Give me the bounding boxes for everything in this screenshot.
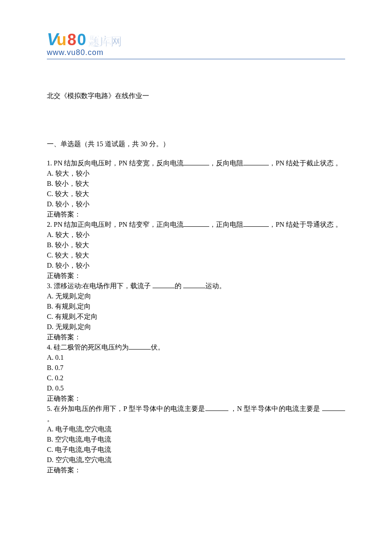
- content-area: 1. PN 结加反向电压时，PN 结变宽，反向电流，反向电阻，PN 结处于截止状…: [47, 158, 345, 475]
- q5-option-b: B. 空穴电流,电子电流: [47, 434, 345, 445]
- question-1: 1. PN 结加反向电压时，PN 结变宽，反向电流，反向电阻，PN 结处于截止状…: [47, 158, 345, 220]
- q2-stem-part-c: ，PN 结处于导通状态 。: [269, 221, 342, 228]
- q3-stem-part-a: 3. 漂移运动:在电场作用下，载流子: [47, 282, 153, 289]
- q4-stem: 4. 硅二极管的死区电压约为伏。: [47, 342, 345, 353]
- logo-url: www.vu80.com: [47, 48, 345, 57]
- q5-stem-part-c: 。: [47, 415, 54, 422]
- q3-option-d: D. 无规则,定向: [47, 322, 345, 332]
- q2-stem-part-b: ，正向电阻: [209, 221, 243, 228]
- q5-answer-label: 正确答案：: [47, 465, 345, 475]
- q1-option-d: D. 较小，较小: [47, 199, 345, 209]
- blank-fill-icon: [184, 159, 209, 165]
- blank-fill-icon: [183, 281, 205, 288]
- blank-fill-icon: [243, 159, 269, 165]
- q2-stem: 2. PN 结加正向电压时，PN 结变窄，正向电流，正向电阻，PN 结处于导通状…: [47, 220, 345, 230]
- q4-option-d: D. 0.5: [47, 383, 345, 393]
- q1-answer-label: 正确答案：: [47, 209, 345, 220]
- logo-top-row: V u 8 0 题库网: [47, 30, 345, 49]
- q4-option-a: A. 0.1: [47, 353, 345, 363]
- logo-cn-text: 题库网: [89, 34, 122, 49]
- q2-option-a: A. 较大，较小: [47, 230, 345, 240]
- blank-fill-icon: [153, 281, 175, 288]
- q3-stem-part-b: 的: [175, 282, 183, 289]
- q1-stem-part-a: 1. PN 结加反向电压时，PN 结变宽，反向电流: [47, 159, 184, 167]
- logo-digit-8: 8: [67, 31, 76, 49]
- q5-option-d: D. 空穴电流,空穴电流: [47, 455, 345, 465]
- q1-stem: 1. PN 结加反向电压时，PN 结变宽，反向电流，反向电阻，PN 结处于截止状…: [47, 158, 345, 168]
- blank-fill-icon: [129, 343, 151, 350]
- q1-option-c: C. 较大，较大: [47, 189, 345, 199]
- q4-option-c: C. 0.2: [47, 373, 345, 383]
- q3-stem-part-c: 运动。: [205, 282, 226, 289]
- blank-fill-icon: [243, 220, 269, 227]
- q4-stem-part-a: 4. 硅二极管的死区电压约为: [47, 344, 129, 351]
- q4-stem-part-b: 伏。: [151, 344, 164, 351]
- logo-letter-u: u: [57, 31, 66, 49]
- q3-answer-label: 正确答案：: [47, 332, 345, 342]
- q1-stem-part-b: ，反向电阻: [209, 159, 243, 167]
- q4-option-b: B. 0.7: [47, 363, 345, 373]
- question-5: 5. 在外加电压的作用下，P 型半导体中的电流主要是 ，N 型半导体中的电流主要…: [47, 404, 345, 475]
- q3-option-c: C. 有规则,不定向: [47, 312, 345, 322]
- q1-stem-part-c: ，PN 结处于截止状态 。: [269, 159, 342, 167]
- q5-option-c: C. 电子电流,电子电流: [47, 445, 345, 455]
- blank-fill-icon: [205, 404, 228, 411]
- q1-option-a: A. 较大，较小: [47, 168, 345, 179]
- blank-fill-icon: [322, 404, 345, 411]
- q5-option-a: A. 电子电流,空穴电流: [47, 424, 345, 434]
- q2-option-d: D. 较小，较小: [47, 260, 345, 271]
- q3-option-b: B. 有规则,定向: [47, 301, 345, 312]
- question-4: 4. 硅二极管的死区电压约为伏。 A. 0.1 B. 0.7 C. 0.2 D.…: [47, 342, 345, 404]
- q2-stem-part-a: 2. PN 结加正向电压时，PN 结变窄，正向电流: [47, 221, 184, 228]
- logo-digit-0: 0: [77, 31, 86, 49]
- site-logo: V u 8 0 题库网 www.vu80.com: [47, 30, 345, 59]
- logo-letter-v: V: [47, 30, 58, 49]
- blank-fill-icon: [184, 220, 209, 227]
- q1-option-b: B. 较小，较大: [47, 179, 345, 189]
- page: V u 8 0 题库网 www.vu80.com 北交《模拟数字电路》在线作业一…: [0, 0, 392, 501]
- q2-answer-label: 正确答案：: [47, 271, 345, 281]
- question-2: 2. PN 结加正向电压时，PN 结变窄，正向电流，正向电阻，PN 结处于导通状…: [47, 220, 345, 281]
- q5-stem-part-a: 5. 在外加电压的作用下，P 型半导体中的电流主要是: [47, 405, 205, 412]
- q5-stem: 5. 在外加电压的作用下，P 型半导体中的电流主要是 ，N 型半导体中的电流主要…: [47, 404, 345, 424]
- q5-stem-part-b: ，N 型半导体中的电流主要是: [228, 405, 322, 412]
- q3-option-a: A. 无规则,定向: [47, 291, 345, 301]
- q2-option-c: C. 较大，较大: [47, 250, 345, 260]
- q2-option-b: B. 较小，较大: [47, 240, 345, 250]
- q4-answer-label: 正确答案：: [47, 393, 345, 404]
- q3-stem: 3. 漂移运动:在电场作用下，载流子 的 运动。: [47, 281, 345, 291]
- question-3: 3. 漂移运动:在电场作用下，载流子 的 运动。 A. 无规则,定向 B. 有规…: [47, 281, 345, 342]
- document-title: 北交《模拟数字电路》在线作业一: [47, 92, 345, 101]
- section-heading: 一、单选题（共 15 道试题，共 30 分。）: [47, 140, 345, 149]
